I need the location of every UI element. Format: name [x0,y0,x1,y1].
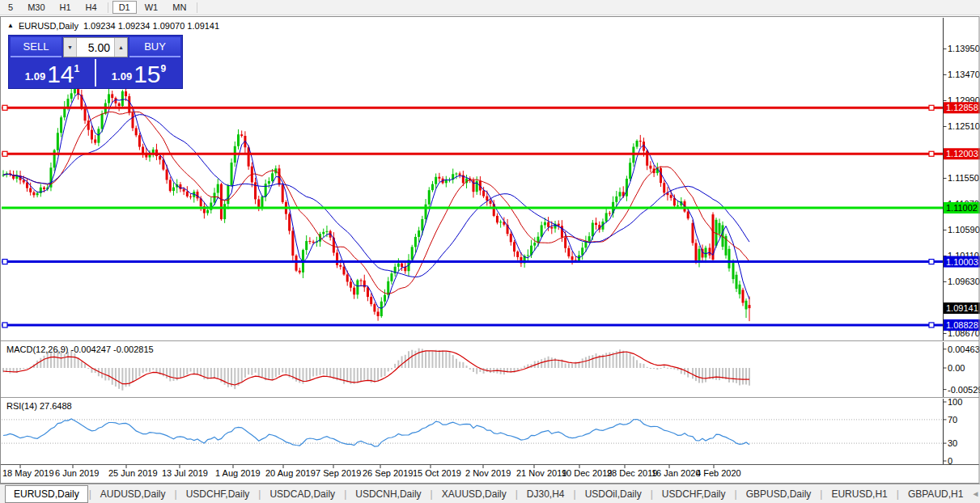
chart-tab-DJ30-H4[interactable]: DJ30,H4 [519,486,573,502]
line-handle[interactable] [2,260,7,264]
line-handle[interactable] [2,105,7,110]
spin-up-icon: ▲ [118,44,124,50]
date-axis-label: 6 Jun 2019 [55,468,99,478]
tab-separator: | [820,488,822,500]
timeframe-button-H4[interactable]: H4 [79,1,104,14]
date-axis-label: 26 Sep 2019 [363,468,413,478]
chart-tab-GBPAUD-H1[interactable]: GBPAUD,H1 [900,486,971,502]
line-handle[interactable] [929,323,934,328]
buy-price-sup: 9 [161,63,167,74]
tab-separator: | [515,488,518,500]
chart-tab-USDCHF-Daily[interactable]: USDCHF,Daily [654,486,734,502]
price-badge-label: 1.10003 [946,257,978,267]
date-axis-label: 21 Nov 2019 [516,468,566,478]
macd-axis-label: 0.00 [948,363,965,373]
rsi-indicator-label: RSI(14) 27.6488 [6,401,72,411]
one-click-trading-panel: SELL ▼ 5.00 ▲ BUY 1.09 14 1 1.09 15 9 [8,35,183,89]
toolbar-separator [108,2,108,13]
spin-down-icon: ▼ [67,44,73,50]
chart-header: ▲ EURUSD,Daily 1.09234 1.09234 1.09070 1… [7,21,219,31]
buy-price-prefix: 1.09 [112,70,132,82]
timeframe-toolbar: 5M30H1H4D1W1MN [0,0,980,15]
timeframe-button-H1[interactable]: H1 [53,1,78,14]
price-axis-label: 1.10590 [948,225,980,235]
date-axis-label: 13 Jul 2019 [162,468,208,478]
date-axis-label: 7 Sep 2019 [316,468,361,478]
volume-input[interactable]: 5.00 [77,38,114,57]
date-axis-label: 10 Dec 2019 [562,468,612,478]
toolbar-separator [197,2,197,13]
line-handle[interactable] [2,151,7,156]
chart-tab-USDCAD-Daily[interactable]: USDCAD,Daily [261,486,343,502]
ohlc-values: 1.09234 1.09234 1.09070 1.09141 [83,21,219,31]
price-badge-label: 1.12858 [946,103,978,112]
price-axis-label: 1.13950 [948,44,980,53]
timeframe-button-M30[interactable]: M30 [21,1,51,14]
collapse-triangle-icon[interactable]: ▲ [7,23,14,29]
macd-axis-label: -0.005299 [948,385,980,395]
price-axis-label: 1.09630 [948,277,980,286]
timeframe-button-D1[interactable]: D1 [112,1,137,14]
line-handle[interactable] [929,260,934,264]
buy-button[interactable]: BUY [129,37,180,57]
chart-tab-USDCNH-Daily[interactable]: USDCNH,Daily [347,486,429,502]
tab-separator: | [175,488,177,500]
chart-tab-GBPUSD-Daily[interactable]: GBPUSD,Daily [738,486,820,502]
timeframe-button-5[interactable]: 5 [2,1,19,14]
sell-price-sup: 1 [74,63,80,74]
sell-price-big: 14 [47,64,74,85]
sell-price-display[interactable]: 1.09 14 1 [11,59,94,87]
chart-tab-USDOil-Daily[interactable]: USDOil,Daily [577,486,650,502]
date-axis-label: 18 May 2019 [2,468,54,478]
date-axis-label: 2 Nov 2019 [465,468,511,478]
line-handle[interactable] [2,323,7,328]
price-axis-label: 1.12510 [948,121,980,131]
price-divider [95,59,96,87]
macd-axis-label: 0.00463 [948,344,980,354]
tab-separator: | [431,488,433,500]
tabs-scroll-left-icon[interactable]: ◄ [971,489,979,498]
timeframe-button-MN[interactable]: MN [166,1,193,14]
volume-spinner: ▼ 5.00 ▲ [63,37,128,57]
tab-scroll-controls: ◄► [971,489,980,498]
line-handle[interactable] [929,105,934,110]
price-badge-label: 1.08828 [946,320,978,330]
price-axis-label: 1.13470 [948,70,980,79]
volume-decrease-button[interactable]: ▼ [64,38,77,57]
buy-price-big: 15 [134,64,160,85]
tab-separator: | [344,488,346,500]
line-handle[interactable] [929,151,934,156]
date-axis-label: 28 Dec 2019 [607,468,657,478]
sell-price-prefix: 1.09 [25,70,45,82]
symbol-period-label: EURUSD,Daily [19,21,78,31]
chart-tab-USDCHF-Daily[interactable]: USDCHF,Daily [178,486,258,502]
date-axis-label: 15 Oct 2019 [413,468,461,478]
price-badge-label: 1.09141 [946,303,978,313]
date-axis-label: 25 Jun 2019 [108,468,158,478]
buy-price-display[interactable]: 1.09 15 9 [97,59,180,87]
chart-tab-AUDUSD-Daily[interactable]: AUDUSD,Daily [92,486,174,502]
tab-separator: | [89,488,91,500]
date-axis-label: 16 Jan 2020 [651,468,701,478]
chart-tab-EURUSD-Daily[interactable]: EURUSD,Daily [5,485,88,503]
rsi-axis-label: 30 [948,438,957,448]
volume-increase-button[interactable]: ▲ [114,38,127,57]
price-badge-label: 1.12003 [946,149,978,159]
tab-separator: | [574,488,576,500]
date-axis-label: 4 Feb 2020 [696,468,741,478]
price-badge-label: 1.11002 [946,203,978,213]
macd-indicator-label: MACD(12,26,9) -0.004247 -0.002815 [6,344,154,354]
tab-separator: | [651,488,653,500]
chart-tab-EURUSD-H1[interactable]: EURUSD,H1 [823,486,895,502]
chart-tab-XAUUSD-Daily[interactable]: XAUUSD,Daily [434,486,515,502]
date-axis-label: 20 Aug 2019 [265,468,316,478]
timeframe-button-W1[interactable]: W1 [138,1,165,14]
tab-separator: | [258,488,261,500]
sell-button[interactable]: SELL [11,37,62,57]
price-axis-label: 1.11550 [948,173,979,183]
tab-separator: | [735,488,737,500]
tab-separator: | [897,488,899,500]
rsi-axis-label: 70 [948,415,957,425]
chart-tab-bar: EURUSD,Daily|AUDUSD,Daily|USDCHF,Daily|U… [0,484,980,503]
date-axis-label: 1 Aug 2019 [215,468,261,478]
